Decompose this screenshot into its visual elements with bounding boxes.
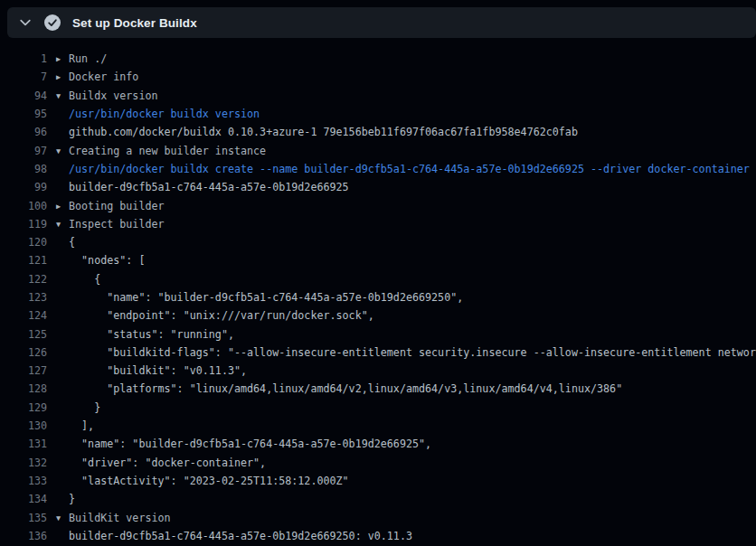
line-text: /usr/bin/docker buildx create --name bui… [69, 163, 750, 175]
log-line[interactable]: 119▼Inspect builder [0, 215, 756, 233]
log-line: 120{ [0, 233, 756, 251]
line-number[interactable]: 99 [0, 181, 47, 193]
line-number[interactable]: 119 [0, 218, 47, 231]
line-text: "buildkitd-flags": "--allow-insecure-ent… [69, 346, 756, 359]
log-line[interactable]: 97▼Creating a new builder instance [0, 141, 756, 159]
step-header[interactable]: Set up Docker Buildx [7, 7, 756, 38]
log-lines: 1▶Run ./7▶Docker info94▼Buildx version95… [0, 38, 756, 546]
step-title: Set up Docker Buildx [72, 16, 197, 30]
line-number[interactable]: 94 [0, 89, 47, 102]
line-number[interactable]: 124 [0, 309, 47, 322]
log-line: 134} [0, 490, 756, 508]
triangle-down-icon[interactable]: ▼ [56, 91, 69, 100]
line-number[interactable]: 96 [0, 126, 47, 138]
line-number[interactable]: 122 [0, 273, 47, 286]
log-line: 123 "name": "builder-d9cfb5a1-c764-445a-… [0, 288, 756, 306]
log-line: 99builder-d9cfb5a1-c764-445a-a57e-0b19d2… [0, 178, 756, 196]
group-label[interactable]: Creating a new builder instance [69, 145, 266, 157]
line-text: "buildkit": "v0.11.3", [69, 364, 247, 377]
log-line[interactable]: 135▼BuildKit version [0, 508, 756, 526]
line-number[interactable]: 129 [0, 401, 47, 414]
line-number[interactable]: 133 [0, 475, 47, 487]
log-line: 133 "lastActivity": "2023-02-25T11:58:12… [0, 472, 756, 490]
line-number[interactable]: 135 [0, 512, 47, 524]
line-text: "nodes": [ [69, 254, 145, 267]
line-number[interactable]: 136 [0, 530, 47, 542]
line-number[interactable]: 123 [0, 291, 47, 304]
log-line[interactable]: 1▶Run ./ [0, 50, 756, 68]
log-line: 128 "platforms": "linux/amd64,linux/amd6… [0, 380, 756, 398]
group-label[interactable]: Run ./ [69, 52, 107, 65]
group-label[interactable]: Booting builder [69, 200, 165, 212]
line-number[interactable]: 127 [0, 364, 47, 377]
line-text: { [69, 273, 100, 286]
line-number[interactable]: 128 [0, 382, 47, 395]
line-number[interactable]: 126 [0, 346, 47, 359]
log-line: 98/usr/bin/docker buildx create --name b… [0, 160, 756, 178]
actions-log-viewer: Set up Docker Buildx 1▶Run ./7▶Docker in… [0, 0, 756, 546]
line-number[interactable]: 97 [0, 145, 47, 157]
log-line: 95/usr/bin/docker buildx version [0, 105, 756, 123]
line-number[interactable]: 130 [0, 419, 47, 432]
group-label[interactable]: BuildKit version [69, 512, 171, 524]
line-number[interactable]: 131 [0, 438, 47, 450]
line-number[interactable]: 134 [0, 493, 47, 505]
line-text: "name": "builder-d9cfb5a1-c764-445a-a57e… [69, 291, 463, 304]
log-line: 131 "name": "builder-d9cfb5a1-c764-445a-… [0, 435, 756, 453]
log-line[interactable]: 94▼Buildx version [0, 87, 756, 105]
log-line: 125 "status": "running", [0, 325, 756, 343]
log-line[interactable]: 7▶Docker info [0, 68, 756, 86]
line-number[interactable]: 1 [0, 52, 47, 65]
line-number[interactable]: 98 [0, 163, 47, 175]
log-line: 130 ], [0, 417, 756, 435]
line-text: "status": "running", [69, 328, 234, 341]
line-text: "endpoint": "unix:///var/run/docker.sock… [69, 309, 374, 322]
line-text: /usr/bin/docker buildx version [69, 108, 260, 120]
line-text: builder-d9cfb5a1-c764-445a-a57e-0b19d2e6… [69, 530, 412, 542]
group-label[interactable]: Inspect builder [69, 218, 165, 231]
log-line: 132 "driver": "docker-container", [0, 454, 756, 472]
line-text: builder-d9cfb5a1-c764-445a-a57e-0b19d2e6… [69, 181, 349, 193]
line-text: github.com/docker/buildx 0.10.3+azure-1 … [69, 126, 578, 138]
line-text: "driver": "docker-container", [69, 457, 266, 469]
group-label[interactable]: Buildx version [69, 89, 158, 102]
line-number[interactable]: 120 [0, 236, 47, 249]
log-line[interactable]: 100▶Booting builder [0, 196, 756, 214]
line-number[interactable]: 95 [0, 108, 47, 120]
line-number[interactable]: 7 [0, 71, 47, 83]
log-line: 136builder-d9cfb5a1-c764-445a-a57e-0b19d… [0, 527, 756, 545]
triangle-right-icon[interactable]: ▶ [56, 72, 69, 81]
triangle-down-icon[interactable]: ▼ [56, 513, 69, 522]
triangle-right-icon[interactable]: ▶ [56, 202, 69, 211]
line-number[interactable]: 132 [0, 457, 47, 469]
log-line: 129 } [0, 399, 756, 417]
triangle-down-icon[interactable]: ▼ [56, 220, 69, 229]
log-line: 96github.com/docker/buildx 0.10.3+azure-… [0, 123, 756, 141]
line-number[interactable]: 121 [0, 254, 47, 267]
line-number[interactable]: 100 [0, 200, 47, 212]
line-text: "lastActivity": "2023-02-25T11:58:12.000… [69, 475, 349, 487]
line-text: { [69, 236, 75, 249]
log-line: 122 { [0, 270, 756, 288]
line-text: } [69, 493, 75, 505]
line-text: "name": "builder-d9cfb5a1-c764-445a-a57e… [69, 438, 431, 450]
line-text: ], [69, 419, 94, 432]
line-number[interactable]: 125 [0, 328, 47, 341]
log-line: 121 "nodes": [ [0, 251, 756, 269]
log-line: 127 "buildkit": "v0.11.3", [0, 362, 756, 380]
log-line: 124 "endpoint": "unix:///var/run/docker.… [0, 306, 756, 325]
group-label[interactable]: Docker info [69, 71, 138, 83]
line-text: "platforms": "linux/amd64,linux/amd64/v2… [69, 382, 622, 395]
log-line: 126 "buildkitd-flags": "--allow-insecure… [0, 344, 756, 362]
chevron-down-icon[interactable] [18, 15, 33, 30]
triangle-down-icon[interactable]: ▼ [56, 146, 69, 155]
triangle-right-icon[interactable]: ▶ [56, 54, 69, 63]
line-text: } [69, 401, 100, 414]
check-circle-icon [44, 14, 61, 31]
